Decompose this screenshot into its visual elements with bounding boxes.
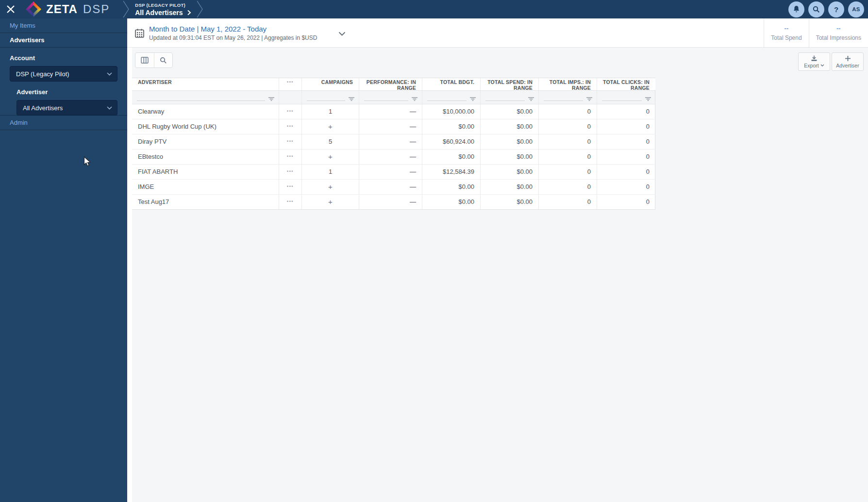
add-campaign-button[interactable]: + [308,180,353,194]
column-header-performance[interactable]: PERFORMANCE: IN RANGE [359,78,422,90]
cell-campaigns: 5 [302,134,359,149]
filter-funnel-icon[interactable] [268,97,275,101]
row-menu-button[interactable]: ••• [285,150,296,164]
row-menu-button[interactable]: ••• [285,134,296,149]
filter-input-total_budget[interactable] [427,95,467,101]
sidebar-item-advertisers[interactable]: Advertisers [0,33,127,48]
filter-input-performance[interactable] [364,95,408,101]
search-icon [160,57,167,64]
filter-input-total_clicks[interactable] [602,95,642,101]
chevron-right-icon[interactable] [187,10,191,16]
help-button[interactable]: ? [828,1,844,17]
table-header-row: ADVERTISER•••CAMPAIGNSPERFORMANCE: IN RA… [132,78,655,91]
table-row: Clearway•••1—$10,000.00$0.0000 [132,104,655,119]
add-campaign-button[interactable]: + [308,119,353,134]
sidebar-advertiser-group: Advertiser All Advertisers [17,88,117,116]
brand-name: ZETA [46,2,78,16]
filter-funnel-icon[interactable] [586,97,593,101]
breadcrumb-item-current[interactable]: DSP (LEGACY PILOT) All Advertisers [135,2,191,17]
user-avatar[interactable]: AS [848,1,864,17]
filter-funnel-icon[interactable] [411,97,418,101]
cell-menu: ••• [279,104,302,119]
cell-total_budget: $0.00 [422,150,481,164]
filter-funnel-icon[interactable] [348,97,355,101]
row-menu-button[interactable]: ••• [285,165,296,179]
cell-total_spend: $0.00 [481,104,539,119]
cell-menu: ••• [279,195,302,209]
account-select[interactable]: DSP (Legacy Pilot) [10,66,117,82]
advertiser-name[interactable]: Clearway [132,104,279,119]
advertiser-name[interactable]: IMGE [132,180,279,194]
brand-logo[interactable]: ZETA DSP [25,1,110,17]
cell-menu: ••• [279,150,302,164]
column-header-total_spend[interactable]: TOTAL SPEND: IN RANGE [481,78,539,90]
sidebar-item-admin[interactable]: Admin [0,116,127,130]
cell-total_impressions: 0 [539,150,597,164]
date-range-control[interactable]: Month to Date | May 1, 2022 - Today Upda… [127,18,346,47]
cell-performance: — [359,165,422,179]
close-menu-button[interactable] [0,0,21,18]
notifications-button[interactable] [788,1,804,17]
sidebar-item-my-items[interactable]: My Items [0,18,127,33]
cell-total_clicks: 0 [597,195,655,209]
cell-performance: — [359,104,422,119]
chevron-down-icon [820,64,824,67]
breadcrumb-eyebrow: DSP (LEGACY PILOT) [135,2,191,8]
filter-input-campaigns[interactable] [307,95,345,101]
row-menu-button[interactable]: ••• [285,104,296,118]
cell-total_clicks: 0 [597,165,655,179]
filter-funnel-icon[interactable] [469,97,476,101]
chevron-down-icon[interactable] [338,32,346,36]
table-search-button[interactable] [154,53,172,67]
cell-performance: — [359,134,422,149]
date-header-band: Month to Date | May 1, 2022 - Today Upda… [127,18,868,48]
bell-icon [793,5,800,13]
row-menu-button[interactable]: ••• [285,195,296,209]
cell-menu: ••• [279,119,302,134]
global-search-button[interactable] [808,1,824,17]
add-advertiser-label: Advertiser [836,63,859,68]
advertiser-name[interactable]: EBtestco [132,150,279,164]
filter-input-total_impressions[interactable] [544,95,583,101]
export-button[interactable]: Export [798,52,830,71]
total-spend-label: Total Spend [771,34,801,41]
filter-funnel-icon[interactable] [645,97,651,101]
column-settings-button[interactable] [135,53,154,67]
avatar-initials: AS [852,6,860,12]
advertiser-name[interactable]: FIAT ABARTH [132,165,279,179]
advertiser-name[interactable]: DHL Rugby World Cup (UK) [132,119,279,134]
column-header-campaigns[interactable]: CAMPAIGNS [302,78,359,90]
download-icon [811,55,818,62]
stat-total-spend: -- Total Spend [764,18,808,47]
filter-funnel-icon[interactable] [528,97,534,101]
cell-campaigns: + [302,150,359,164]
add-campaign-button[interactable]: + [308,195,353,209]
filter-input-total_spend[interactable] [485,95,525,101]
cell-total_clicks: 0 [597,180,655,194]
cell-total_budget: $60,924.00 [422,134,481,149]
toolbar-actions: Export Advertiser [798,52,864,71]
column-header-total_clicks[interactable]: TOTAL CLICKS: IN RANGE [597,78,655,90]
advertiser-select[interactable]: All Advertisers [17,100,117,116]
add-campaign-button[interactable]: + [308,150,353,164]
breadcrumb-separator-icon [122,0,130,18]
filter-cell-menu [279,91,302,104]
total-impressions-value: -- [836,25,841,32]
filter-input-advertiser[interactable] [137,95,265,101]
column-header-menu[interactable]: ••• [279,78,302,90]
advertiser-name[interactable]: Test Aug17 [132,195,279,209]
cell-total_impressions: 0 [539,180,597,194]
add-advertiser-button[interactable]: Advertiser [832,52,864,71]
cell-total_budget: $10,000.00 [422,104,481,119]
date-updated-label: Updated at 09:31:04 EST on May 26, 2022 … [149,34,317,41]
advertiser-select-value: All Advertisers [23,104,107,112]
row-menu-button[interactable]: ••• [285,180,296,194]
column-header-advertiser[interactable]: ADVERTISER [132,78,279,90]
calendar-icon [135,29,144,38]
cell-performance: — [359,180,422,194]
advertiser-name[interactable]: Diray PTV [132,134,279,149]
filter-cell-performance [359,91,422,104]
column-header-total_budget[interactable]: TOTAL BDGT. [422,78,481,90]
column-header-total_impressions[interactable]: TOTAL IMPS.: IN RANGE [539,78,597,90]
row-menu-button[interactable]: ••• [285,119,296,134]
